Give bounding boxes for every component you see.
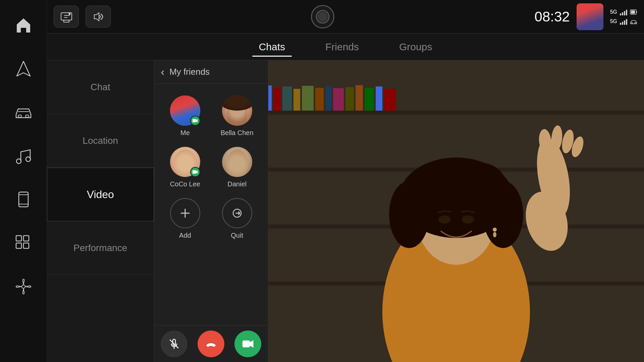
svg-rect-35 (293, 89, 300, 111)
alexa-button[interactable] (311, 5, 334, 28)
performance-label: Performance (73, 243, 127, 253)
home-icon (13, 15, 34, 35)
friend-item-add[interactable]: Add (159, 193, 211, 244)
sidebar-item-music[interactable] (0, 134, 47, 178)
signal-indicators: 5G 5G (610, 8, 637, 25)
friend-name-daniel: Daniel (227, 180, 247, 188)
user-avatar-thumb[interactable] (577, 3, 603, 30)
svg-rect-2 (25, 115, 29, 117)
fan-icon (13, 277, 34, 297)
svg-point-62 (493, 232, 496, 237)
location-label: Location (83, 135, 118, 146)
friends-panel: ‹ My friends (154, 60, 268, 362)
back-button[interactable]: ‹ (161, 66, 165, 78)
quit-circle-button[interactable] (222, 198, 252, 228)
friend-item-me[interactable]: Me (159, 90, 211, 142)
sidebar-item-climate[interactable] (0, 265, 47, 308)
svg-rect-40 (345, 87, 354, 111)
svg-rect-38 (325, 86, 331, 111)
battery-icon (630, 8, 637, 16)
friend-item-bella[interactable]: Bella Chen (211, 90, 263, 142)
topbar: 08:32 5G 5G (47, 0, 644, 34)
signal-5g-label: 5G (610, 9, 617, 15)
nav-column: Chat Location Video Performance (47, 60, 154, 362)
avatar-bella-img (222, 96, 252, 126)
svg-point-61 (493, 228, 497, 232)
video-icon (242, 338, 254, 350)
signal-bar-1 (620, 9, 627, 15)
friend-avatar-daniel (222, 147, 252, 177)
friend-name-bella: Bella Chen (221, 129, 254, 137)
svg-rect-27 (268, 111, 644, 115)
svg-rect-32 (268, 85, 272, 111)
quit-label: Quit (231, 232, 243, 239)
friend-name-coco: CoCo Lee (170, 180, 200, 188)
nav-item-video[interactable]: Video (47, 168, 154, 221)
clock-display: 08:32 (535, 9, 570, 25)
svg-rect-39 (333, 88, 344, 111)
svg-point-51 (406, 164, 460, 211)
friend-item-quit[interactable]: Quit (211, 193, 263, 244)
video-badge-coco (190, 167, 200, 177)
friend-avatar-bella (222, 96, 252, 126)
friend-avatar-me (170, 96, 200, 126)
alexa-indicator (316, 10, 329, 23)
tab-chats[interactable]: Chats (252, 38, 292, 56)
tab-friends[interactable]: Friends (319, 38, 366, 56)
chat-label: Chat (91, 82, 110, 93)
sidebar-item-home[interactable] (0, 3, 47, 47)
video-on-icon-coco (193, 169, 198, 175)
video-on-icon-me (193, 118, 198, 123)
bookshelf-bg (268, 60, 644, 362)
nav-item-location[interactable]: Location (47, 114, 154, 168)
svg-rect-15 (631, 10, 635, 14)
bookshelf-svg (268, 60, 644, 362)
sidebar-item-car[interactable] (0, 90, 47, 134)
music-icon (13, 146, 34, 166)
svg-rect-16 (636, 11, 637, 13)
car-icon (13, 102, 34, 122)
add-circle-button[interactable] (170, 198, 200, 228)
friend-avatar-coco (170, 147, 200, 177)
end-call-button[interactable] (198, 330, 224, 357)
svg-rect-43 (376, 86, 382, 111)
tab-groups[interactable]: Groups (392, 38, 439, 56)
apps-icon (13, 233, 34, 253)
friend-item-daniel[interactable]: Daniel (211, 142, 263, 193)
signal-row-1: 5G (610, 8, 637, 16)
end-call-icon (205, 338, 217, 350)
video-call-area (268, 60, 644, 362)
video-call-button[interactable] (234, 330, 261, 357)
svg-point-17 (631, 22, 633, 24)
share-icon (60, 10, 73, 23)
main-content: 08:32 5G 5G (47, 0, 644, 362)
svg-rect-41 (356, 85, 363, 111)
phone-icon (13, 189, 34, 209)
sidebar-item-navigation[interactable] (0, 47, 47, 90)
friends-title: My friends (169, 67, 210, 77)
friends-grid: Me Bella Chen (154, 84, 268, 325)
share-button[interactable] (54, 6, 79, 27)
svg-rect-10 (16, 243, 21, 248)
svg-rect-11 (23, 243, 29, 248)
sidebar-item-apps[interactable] (0, 221, 47, 265)
add-label: Add (179, 232, 191, 239)
car-signal-icon (630, 18, 637, 25)
svg-marker-0 (17, 61, 30, 76)
svg-point-54 (462, 216, 474, 224)
friend-item-coco[interactable]: CoCo Lee (159, 142, 211, 193)
nav-item-chat[interactable]: Chat (47, 60, 154, 114)
sidebar-item-phone[interactable] (0, 178, 47, 221)
signal-row-2: 5G (610, 18, 637, 25)
avatar-image (577, 3, 603, 30)
nav-item-performance[interactable]: Performance (47, 221, 154, 275)
topbar-center (117, 5, 528, 28)
svg-rect-36 (302, 86, 314, 111)
video-background (268, 60, 644, 362)
mute-button[interactable] (161, 330, 187, 357)
svg-rect-34 (282, 86, 292, 111)
svg-rect-24 (243, 341, 250, 347)
volume-button[interactable] (86, 6, 111, 27)
mute-icon (168, 338, 180, 350)
friend-name-me: Me (180, 129, 190, 137)
